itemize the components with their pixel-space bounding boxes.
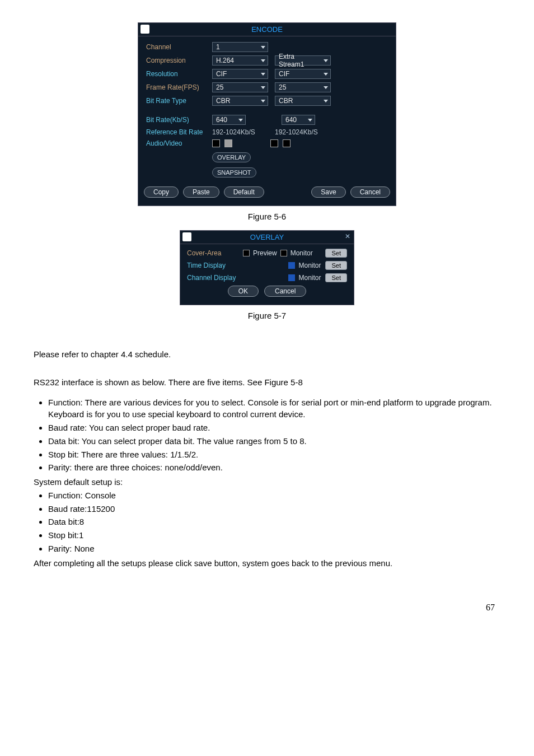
channel-monitor-checkbox[interactable] <box>288 274 295 281</box>
bitratetype-extra-select[interactable]: CBR <box>275 96 331 106</box>
paragraph: System default setup is: <box>34 476 500 488</box>
fps-main-select[interactable]: 25 <box>212 82 268 92</box>
label-cover-area: Cover-Area <box>187 249 243 257</box>
av-main-audio-checkbox[interactable] <box>212 139 220 147</box>
label-channel-display: Channel Display <box>187 274 243 282</box>
overlay-cancel-button[interactable]: Cancel <box>264 286 306 297</box>
ref-main-value: 192-1024Kb/S <box>212 128 268 136</box>
label-compression: Compression <box>146 57 212 64</box>
cancel-button[interactable]: Cancel <box>350 186 390 198</box>
list-item: Parity: None <box>48 543 500 555</box>
list-item: Function: There are various devices for … <box>48 396 500 421</box>
bitrate-extra-select[interactable]: 640 <box>282 115 315 125</box>
overlay-dialog: OVERLAY ✕ Cover-Area Preview Monitor Set… <box>180 230 354 305</box>
document-body: Please refer to chapter 4.4 schedule. RS… <box>34 348 500 569</box>
list-item: Function: Console <box>48 489 500 502</box>
overlay-ok-button[interactable]: OK <box>228 286 259 297</box>
snapshot-button[interactable]: SNAPSHOT <box>212 167 256 178</box>
chevron-down-icon <box>261 46 265 49</box>
figure-caption-56: Figure 5-6 <box>34 212 500 221</box>
coverarea-set-button[interactable]: Set <box>325 249 347 258</box>
bitrate-main-select[interactable]: 640 <box>212 115 246 125</box>
dialog-title-bar: ENCODE <box>138 23 396 36</box>
chevron-down-icon <box>261 73 265 76</box>
chevron-down-icon <box>261 86 265 89</box>
paste-button[interactable]: Paste <box>183 186 219 198</box>
chevron-down-icon <box>238 119 243 122</box>
ref-extra-value: 192-1024Kb/S <box>275 128 331 136</box>
label-resolution: Resolution <box>146 70 212 78</box>
window-icon <box>140 25 149 34</box>
paragraph: RS232 interface is shown as below. There… <box>34 376 500 389</box>
extra-stream-select[interactable]: Extra Stream1 <box>275 55 331 66</box>
encode-dialog: ENCODE Channel 1 Compression H.264 Extra… <box>138 22 396 206</box>
label-time-display: Time Display <box>187 262 243 269</box>
chevron-down-icon <box>324 73 328 76</box>
overlay-button[interactable]: OVERLAY <box>212 152 251 162</box>
chevron-down-icon <box>324 59 328 62</box>
compression-main-select[interactable]: H.264 <box>212 55 268 66</box>
label-channel: Channel <box>146 43 212 51</box>
channel-select[interactable]: 1 <box>212 42 268 52</box>
av-extra-video-checkbox[interactable] <box>283 139 291 147</box>
page-number: 67 <box>34 603 500 613</box>
resolution-extra-select[interactable]: CIF <box>275 69 331 79</box>
dialog-title: ENCODE <box>251 25 283 34</box>
list-item: Stop bit:1 <box>48 529 500 542</box>
label-av: Audio/Video <box>146 139 212 147</box>
list-item: Stop bit: There are three values: 1/1.5/… <box>48 449 500 461</box>
default-button[interactable]: Default <box>224 186 264 198</box>
label-bitrate: Bit Rate(Kb/S) <box>146 116 212 124</box>
chevron-down-icon <box>261 59 265 62</box>
chevron-down-icon <box>324 86 328 89</box>
av-extra-audio-checkbox[interactable] <box>270 139 278 147</box>
list-item: Data bit: You can select proper data bit… <box>48 435 500 447</box>
av-main-video-checkbox[interactable] <box>224 139 232 147</box>
channel-set-button[interactable]: Set <box>325 273 347 282</box>
figure-caption-57: Figure 5-7 <box>34 311 500 320</box>
window-icon <box>182 232 191 241</box>
time-set-button[interactable]: Set <box>325 261 347 270</box>
close-icon[interactable]: ✕ <box>345 232 350 240</box>
time-monitor-checkbox[interactable] <box>288 262 295 269</box>
chevron-down-icon <box>308 119 312 122</box>
list-item: Data bit:8 <box>48 516 500 528</box>
bitratetype-main-select[interactable]: CBR <box>212 96 268 106</box>
preview-checkbox[interactable] <box>243 250 250 256</box>
overlay-title-bar: OVERLAY ✕ <box>180 231 354 244</box>
label-bitratetype: Bit Rate Type <box>146 97 212 105</box>
label-refbitrate: Reference Bit Rate <box>146 128 212 136</box>
overlay-title-text: OVERLAY <box>250 233 284 241</box>
paragraph: Please refer to chapter 4.4 schedule. <box>34 348 500 361</box>
list-item: Baud rate: You can select proper baud ra… <box>48 422 500 434</box>
monitor-checkbox[interactable] <box>280 250 287 256</box>
chevron-down-icon <box>324 100 328 102</box>
chevron-down-icon <box>261 100 265 102</box>
list-item: Parity: there are three choices: none/od… <box>48 461 500 474</box>
list-item: Baud rate:115200 <box>48 503 500 515</box>
save-button[interactable]: Save <box>311 186 345 198</box>
copy-button[interactable]: Copy <box>144 186 179 198</box>
paragraph: After completing all the setups please c… <box>34 557 500 570</box>
resolution-main-select[interactable]: CIF <box>212 69 268 79</box>
fps-extra-select[interactable]: 25 <box>275 82 331 92</box>
label-fps: Frame Rate(FPS) <box>146 83 212 91</box>
